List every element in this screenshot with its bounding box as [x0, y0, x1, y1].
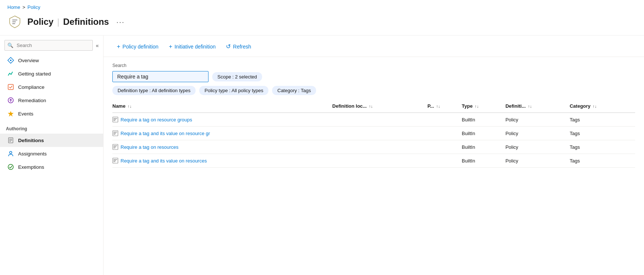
initiative-definition-button[interactable]: + Initiative definition: [165, 41, 220, 52]
cell-preview: [427, 113, 462, 127]
sort-icon-location: ↑↓: [369, 104, 373, 108]
table-area: Name ↑↓ Definition loc... ↑↓ P... ↑↓: [104, 100, 644, 275]
cell-type: BuiltIn: [462, 127, 505, 140]
cell-location: [332, 154, 427, 168]
refresh-button[interactable]: ↺ Refresh: [221, 41, 255, 52]
policy-icon: [7, 14, 22, 29]
svg-rect-2: [12, 23, 15, 24]
svg-rect-22: [113, 134, 115, 135]
sidebar-item-remediation[interactable]: Remediation: [0, 94, 103, 107]
cell-name[interactable]: Require a tag on resources: [112, 140, 332, 154]
cell-name[interactable]: Require a tag on resource groups: [112, 113, 332, 127]
page-title: Policy | Definitions: [27, 17, 109, 27]
cell-definition: Policy: [505, 140, 570, 154]
policy-icon-svg: [8, 15, 21, 28]
table-row: Require a tag and its value on resources…: [112, 154, 635, 168]
svg-rect-24: [113, 145, 117, 146]
cell-name[interactable]: Require a tag and its value on resource …: [112, 127, 332, 140]
remediation-icon: [7, 97, 14, 104]
main-search-input[interactable]: [112, 71, 209, 82]
cell-definition: Policy: [505, 154, 570, 168]
sidebar-item-assignments[interactable]: Assignments: [0, 147, 103, 160]
sidebar-search-input[interactable]: [4, 40, 93, 51]
cell-category: Tags: [570, 140, 635, 154]
assignments-icon: [7, 150, 14, 157]
cell-type: BuiltIn: [462, 113, 505, 127]
cell-location: [332, 140, 427, 154]
svg-point-14: [8, 164, 13, 170]
policy-type-filter-badge[interactable]: Policy type : All policy types: [199, 86, 268, 95]
compliance-icon: [7, 83, 14, 91]
sort-icon-definition: ↑↓: [528, 104, 532, 108]
more-options-button[interactable]: ···: [114, 17, 127, 27]
cell-preview: [427, 127, 462, 140]
cell-category: Tags: [570, 113, 635, 127]
svg-rect-5: [8, 84, 13, 90]
row-policy-icon: [112, 117, 118, 123]
svg-rect-25: [113, 147, 116, 147]
page-header: Policy | Definitions ···: [0, 13, 644, 36]
sort-icon-category: ↑↓: [593, 104, 597, 108]
breadcrumb-policy[interactable]: Policy: [27, 4, 40, 10]
table-row: Require a tag on resource groups BuiltIn…: [112, 113, 635, 127]
col-header-preview[interactable]: P... ↑↓: [427, 100, 462, 113]
initiative-definition-label: Initiative definition: [174, 44, 216, 50]
cell-definition: Policy: [505, 113, 570, 127]
content-area: + Policy definition + Initiative definit…: [104, 36, 644, 275]
add-initiative-icon: +: [169, 43, 172, 50]
svg-point-13: [10, 151, 12, 154]
svg-rect-16: [113, 118, 117, 119]
sidebar-collapse-button[interactable]: «: [96, 43, 99, 48]
table-row: Require a tag and its value on resource …: [112, 127, 635, 140]
svg-rect-26: [113, 148, 115, 148]
filters-area: Search Scope : 2 selected Definition typ…: [104, 57, 644, 100]
col-header-name[interactable]: Name ↑↓: [112, 100, 332, 113]
policy-definition-label: Policy definition: [122, 44, 158, 50]
scope-filter-badge[interactable]: Scope : 2 selected: [212, 72, 262, 81]
cell-name[interactable]: Require a tag and its value on resources: [112, 154, 332, 168]
col-header-category[interactable]: Category ↑↓: [570, 100, 635, 113]
cell-preview: [427, 140, 462, 154]
toolbar: + Policy definition + Initiative definit…: [104, 36, 644, 57]
getting-started-icon: [7, 70, 14, 77]
col-header-type[interactable]: Type ↑↓: [462, 100, 505, 113]
sidebar-item-overview[interactable]: Overview: [0, 54, 103, 67]
sidebar-item-events[interactable]: Events: [0, 107, 103, 120]
cell-type: BuiltIn: [462, 140, 505, 154]
sidebar-item-definitions[interactable]: Definitions: [0, 134, 103, 147]
cell-location: [332, 113, 427, 127]
row-policy-icon: [112, 144, 118, 150]
svg-rect-1: [12, 21, 16, 22]
definitions-icon: [7, 137, 14, 144]
sidebar-item-exemptions-label: Exemptions: [18, 164, 44, 170]
cell-location: [332, 127, 427, 140]
svg-rect-30: [113, 161, 115, 162]
sidebar-item-compliance-label: Compliance: [18, 84, 44, 90]
breadcrumb-sep: >: [23, 4, 26, 10]
svg-rect-28: [113, 159, 117, 160]
col-header-definition[interactable]: Definiti... ↑↓: [505, 100, 570, 113]
cell-preview: [427, 154, 462, 168]
sidebar-item-events-label: Events: [18, 111, 33, 117]
breadcrumb-home[interactable]: Home: [7, 4, 20, 10]
category-filter-badge[interactable]: Category : Tags: [272, 86, 316, 95]
events-icon: [7, 110, 14, 117]
svg-marker-8: [8, 111, 14, 117]
sidebar-item-getting-started[interactable]: Getting started: [0, 67, 103, 80]
svg-point-4: [10, 60, 11, 61]
authoring-section-label: Authoring: [0, 120, 103, 134]
cell-definition: Policy: [505, 127, 570, 140]
svg-rect-0: [12, 20, 17, 20]
refresh-label: Refresh: [233, 44, 251, 50]
cell-category: Tags: [570, 154, 635, 168]
policy-definition-button[interactable]: + Policy definition: [112, 41, 163, 52]
sidebar-item-exemptions[interactable]: Exemptions: [0, 160, 103, 174]
definition-type-filter-badge[interactable]: Definition type : All definition types: [112, 86, 196, 95]
col-header-definition-location[interactable]: Definition loc... ↑↓: [332, 100, 427, 113]
breadcrumb: Home > Policy: [0, 0, 644, 13]
table-row: Require a tag on resources BuiltIn Polic…: [112, 140, 635, 154]
svg-rect-17: [113, 119, 116, 120]
refresh-icon: ↺: [226, 43, 231, 50]
search-label: Search: [112, 63, 635, 68]
sidebar-item-compliance[interactable]: Compliance: [0, 80, 103, 94]
